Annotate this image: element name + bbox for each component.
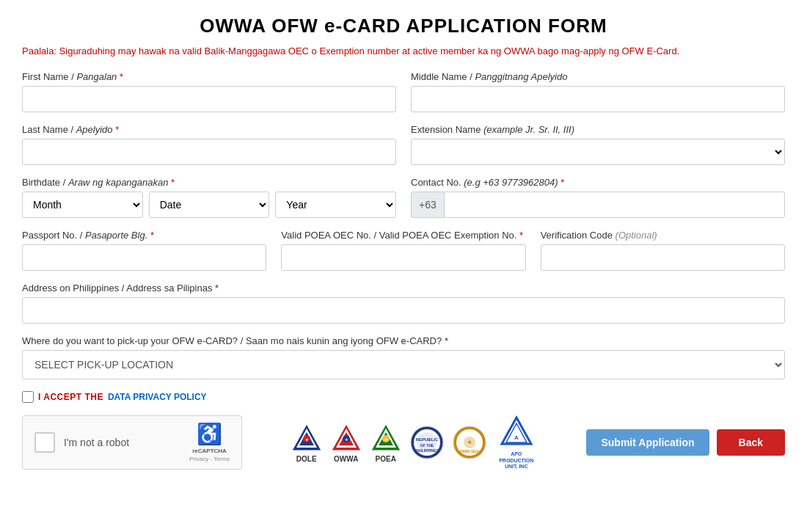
contact-input-row: +63 — [411, 192, 785, 218]
birthdate-selects: Month JanuaryFebruaryMarch AprilMayJune … — [22, 192, 396, 218]
verification-input[interactable] — [541, 244, 785, 271]
middle-name-group: Middle Name / Panggitnang Apelyido — [411, 71, 785, 112]
verification-group: Verification Code (Optional) — [541, 230, 785, 271]
contact-group: Contact No. (e.g +63 9773962804) * +63 — [411, 177, 785, 218]
recaptcha-widget[interactable]: I'm not a robot ♿ reCAPTCHA Privacy - Te… — [22, 415, 242, 470]
first-name-input[interactable] — [22, 86, 396, 112]
back-button[interactable]: Back — [717, 429, 785, 456]
privacy-checkbox[interactable] — [22, 391, 34, 403]
year-select[interactable]: Year 20242023200019901980 — [275, 192, 396, 218]
seal-logo-2: ★ OWWA SEAL — [452, 425, 487, 460]
logos-area: ★ DOLE ★ OWWA ★ POEA — [257, 415, 572, 470]
poea-label: Valid POEA OEC No. / Valid POEA OEC Exem… — [281, 230, 525, 241]
month-select[interactable]: Month JanuaryFebruaryMarch AprilMayJune … — [22, 192, 143, 218]
notice-text: Paalala: Siguraduhing may hawak na valid… — [22, 45, 785, 58]
contact-prefix: +63 — [411, 192, 444, 218]
svg-text:★: ★ — [467, 440, 472, 445]
contact-label: Contact No. (e.g +63 9773962804) * — [411, 177, 785, 188]
passport-label: Passport No. / Pasaporte Blg. * — [22, 230, 266, 241]
recaptcha-links: Privacy - Terms — [189, 456, 230, 462]
last-name-group: Last Name / Apelyido * — [22, 124, 396, 165]
address-label: Address on Philippines / Address sa Pili… — [22, 283, 785, 294]
verification-label: Verification Code (Optional) — [541, 230, 785, 241]
apo-label: APO PRODUCTION UNIT, INC — [494, 451, 538, 470]
buttons-area: Submit Application Back — [586, 429, 785, 456]
first-name-group: First Name / Pangalan * — [22, 71, 396, 112]
seal-logo-1: REPUBLIC OF THE PHILIPPINES — [409, 425, 445, 460]
pickup-section: Where do you want to pick-up your OFW e-… — [22, 335, 785, 379]
extension-name-group: Extension Name (example Jr. Sr. II, III)… — [411, 124, 785, 165]
recaptcha-label: I'm not a robot — [64, 437, 180, 448]
pickup-select[interactable]: SELECT PICK-UP LOCATION Manila Cebu Dava… — [22, 350, 785, 379]
apo-logo: A APO PRODUCTION UNIT, INC — [494, 415, 538, 470]
dole-logo: ★ DOLE — [291, 421, 323, 463]
svg-text:REPUBLIC: REPUBLIC — [415, 437, 438, 442]
birthdate-label: Birthdate / Araw ng kapanganakan * — [22, 177, 396, 188]
recaptcha-icon: ♿ — [197, 422, 222, 446]
poea-group: Valid POEA OEC No. / Valid POEA OEC Exem… — [281, 230, 525, 271]
passport-input[interactable] — [22, 244, 266, 271]
address-section: Address on Philippines / Address sa Pili… — [22, 283, 785, 324]
privacy-text: I ACCEPT THE — [38, 392, 103, 402]
contact-input[interactable] — [444, 192, 785, 218]
svg-text:OF THE: OF THE — [420, 443, 434, 448]
first-name-label: First Name / Pangalan * — [22, 71, 396, 82]
poea-input[interactable] — [281, 244, 525, 271]
privacy-link[interactable]: DATA PRIVACY POLICY — [108, 392, 207, 402]
svg-text:PHILIPPINES: PHILIPPINES — [415, 448, 439, 453]
poea-logo: ★ POEA — [370, 421, 402, 463]
last-name-label: Last Name / Apelyido * — [22, 124, 396, 135]
owwa-logo: ★ OWWA — [330, 421, 362, 463]
bottom-row: I'm not a robot ♿ reCAPTCHA Privacy - Te… — [22, 415, 785, 470]
recaptcha-checkbox[interactable] — [34, 432, 55, 453]
recaptcha-logo: ♿ reCAPTCHA Privacy - Terms — [189, 422, 230, 462]
birthdate-group: Birthdate / Araw ng kapanganakan * Month… — [22, 177, 396, 218]
privacy-row: I ACCEPT THE DATA PRIVACY POLICY — [22, 391, 785, 403]
last-name-input[interactable] — [22, 139, 396, 165]
extension-name-select[interactable]: Jr. Sr. II III — [411, 139, 785, 165]
svg-text:A: A — [514, 434, 519, 441]
middle-name-label: Middle Name / Panggitnang Apelyido — [411, 71, 785, 82]
extension-name-label: Extension Name (example Jr. Sr. II, III) — [411, 124, 785, 135]
address-input[interactable] — [22, 297, 785, 324]
passport-group: Passport No. / Pasaporte Blg. * — [22, 230, 266, 271]
pickup-label: Where do you want to pick-up your OFW e-… — [22, 335, 785, 346]
page-title: OWWA OFW e-CARD APPLICATION FORM — [22, 15, 785, 37]
recaptcha-brand-label: reCAPTCHA — [192, 448, 227, 454]
date-select[interactable]: Date 12345 678910 1112131415 1617181920 … — [149, 192, 270, 218]
svg-text:OWWA SEAL: OWWA SEAL — [459, 450, 480, 453]
submit-button[interactable]: Submit Application — [586, 429, 709, 456]
middle-name-input[interactable] — [411, 86, 785, 112]
